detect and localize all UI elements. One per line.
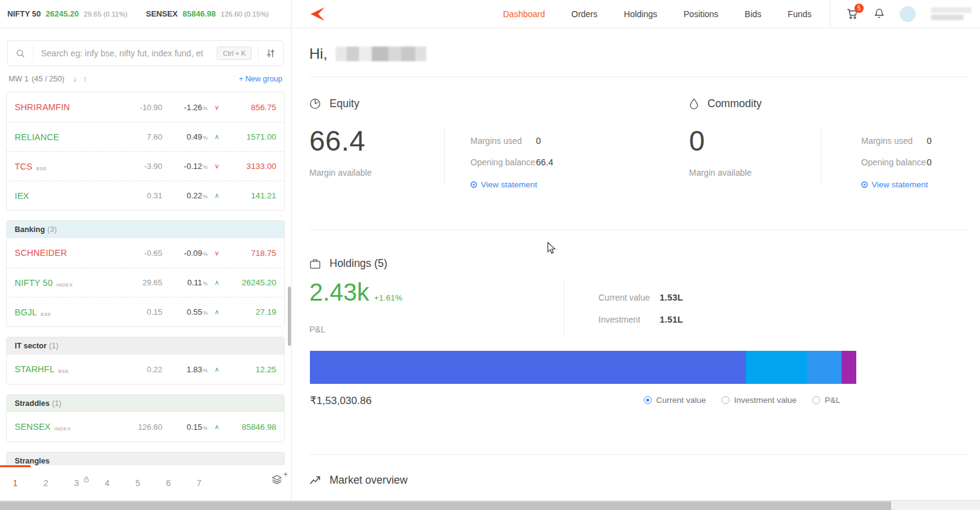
radio-unselected-icon [722,396,729,404]
group-count: (1) [52,399,61,408]
watchlist-row[interactable]: STARHFLBSE0.221.83%∧12.25 [7,354,284,384]
abs-change-value: -0.65 [126,249,162,258]
market-overview-header: Market overview [309,474,407,487]
group-header[interactable]: Banking(3) [7,221,284,238]
main-area: DashboardOrdersHoldingsPositionsBidsFund… [292,0,980,500]
price-value: 141.21 [226,191,276,200]
holdings-bar-segment-2[interactable] [746,351,807,384]
group-header[interactable]: Straddles(1) [7,395,284,412]
radio-label: Investment value [734,396,796,405]
manage-watchlists-icon[interactable]: + [271,474,282,485]
search-icon [8,49,33,58]
commodity-view-statement-link[interactable]: View statement [861,180,928,189]
nav-links: DashboardOrdersHoldingsPositionsBidsFund… [503,9,812,19]
commodity-margin-available-label: Margin available [689,168,752,178]
group-header[interactable]: Strangles [7,452,284,465]
watchlist-group: Banking(3)SCHNEIDER-0.65-0.09%∨718.75NIF… [6,220,285,327]
abs-change-value: 0.22 [126,365,162,374]
page-tab-2[interactable]: 2 [31,465,61,500]
holdings-pnl-percent: +1.61% [374,293,402,302]
radio-p-l[interactable]: P&L [812,396,840,405]
nav-link-positions[interactable]: Positions [684,9,718,19]
holdings-bar-segment-1[interactable] [310,351,746,384]
radio-current-value[interactable]: Current value [644,396,706,405]
notifications-bell-icon[interactable] [874,8,884,20]
pct-change-value: 1.83% [162,365,208,374]
percent-sign: % [203,425,208,431]
nav-link-funds[interactable]: Funds [788,9,812,19]
nav-link-bids[interactable]: Bids [745,9,761,19]
divider [444,127,445,185]
holdings-bar-segment-3[interactable] [807,351,842,384]
group-name: IT sector [15,342,47,350]
watchlist-row[interactable]: SENSEXINDEX126.600.15%∧85846.98 [7,412,284,441]
watchlist-name: MW 1 [9,75,29,83]
nav-link-orders[interactable]: Orders [571,9,598,19]
search-shortcut-badge: Ctrl + K [217,47,252,60]
watchlist-group: Straddles(1)SENSEXINDEX126.600.15%∧85846… [6,394,285,442]
search-input[interactable] [41,48,211,58]
holdings-bar-segment-4[interactable] [842,351,856,384]
radio-label: Current value [656,396,706,405]
trend-down-icon: ∨ [208,249,226,257]
cart-badge: 5 [854,4,864,13]
watchlist-row[interactable]: NIFTY 50INDEX29.650.11%∧26245.20 [7,268,284,297]
watchlist: SHRIRAMFIN-10.90-1.26%∨856.75RELIANCE7.6… [0,92,291,465]
table-row: Current value1.53L [598,293,683,315]
watchlist-row[interactable]: RELIANCE7.600.49%∧1571.00 [7,122,284,151]
holdings-row-value: 1.51L [660,315,683,324]
sort-down-icon[interactable]: ↓ [73,74,77,83]
user-avatar[interactable] [900,6,916,22]
exchange-tag: BSE [58,369,69,374]
margin-row-value: 0 [536,136,541,146]
margin-row-value: 0 [927,157,932,167]
nav-link-dashboard[interactable]: Dashboard [503,9,545,19]
trend-up-icon: ∧ [208,308,226,316]
watchlist-row[interactable]: SCHNEIDER-0.65-0.09%∨718.75 [7,238,284,268]
holdings-pnl-value: 2.43k+1.61% [309,278,402,312]
new-group-button[interactable]: + New group [239,75,282,83]
symbol-label: STARHFLBSE [15,364,69,374]
lock-icon [84,474,89,484]
watchlist-row[interactable]: TCSBSE-3.90-0.12%∨3133.00 [7,151,284,181]
holdings-allocation-bar [310,351,856,384]
page-scrollbar-thumb[interactable] [0,501,891,510]
page-tab-3[interactable]: 3 [61,465,92,500]
page-tab-4[interactable]: 4 [92,465,123,500]
index-quote: NIFTY 5026245.2029.65 (0.11%) [7,9,127,18]
pct-change-value: 0.15% [162,422,208,432]
nav-link-holdings[interactable]: Holdings [624,9,657,19]
pct-change-value: -0.09% [162,249,208,258]
trend-down-icon: ∨ [208,103,226,111]
watchlist-row[interactable]: SHRIRAMFIN-10.90-1.26%∨856.75 [7,92,284,122]
row-values: 7.600.49%∧1571.00 [126,132,276,141]
sort-up-icon[interactable]: ↑ [83,74,88,83]
watchlist-pagination: 1234567 + [0,465,291,500]
watchlist-row[interactable]: BGJLBSE0.150.55%∧27.19 [7,297,284,326]
statement-icon [861,181,868,188]
holdings-section-header: Holdings (5) [309,257,387,270]
abs-change-value: 126.60 [126,422,162,432]
exchange-tag: INDEX [56,282,73,288]
page-tab-5[interactable]: 5 [123,465,153,500]
search-filter-icon[interactable] [258,45,283,61]
group-header[interactable]: IT sector(1) [7,337,284,354]
cart-icon[interactable]: 5 [846,8,859,20]
page-tab-1[interactable]: 1 [0,465,31,500]
index-change: 29.65 (0.11%) [84,10,127,18]
radio-investment-value[interactable]: Investment value [722,396,796,405]
page-tab-6[interactable]: 6 [153,465,184,500]
dashboard-content: Hi, Equity 66.4 Margin available Margins… [292,28,980,500]
kite-logo-icon[interactable] [309,7,325,21]
pagination-pages: 1234567 [0,465,214,500]
page-tab-7[interactable]: 7 [184,465,214,500]
trend-up-icon: ∧ [208,423,226,431]
equity-view-statement-link[interactable]: View statement [470,180,537,189]
symbol-label: RELIANCE [15,132,59,142]
watchlist-scrollbar-thumb[interactable] [288,287,291,346]
watchlist-row[interactable]: IEX0.310.22%∧141.21 [7,181,284,210]
divider [564,279,564,336]
holdings-briefcase-icon [309,258,321,269]
percent-sign: % [203,367,208,373]
table-row: Margins used0 [861,136,932,157]
